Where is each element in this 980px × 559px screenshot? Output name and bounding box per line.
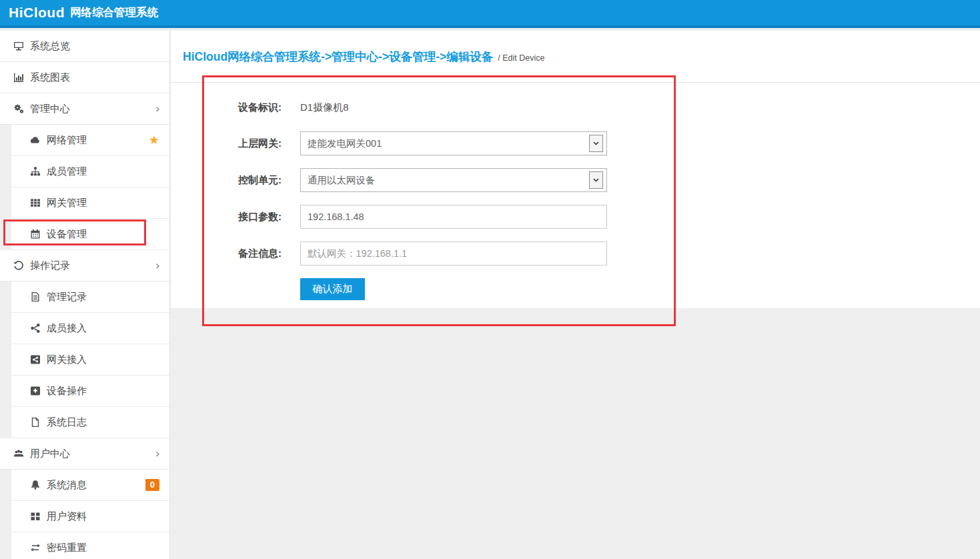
sidebar-item-member-access[interactable]: 成员接入 <box>11 313 169 344</box>
operation-records-submenu: 管理记录 成员接入 网关接入 设备操作 系统日志 <box>0 282 169 438</box>
upper-gateway-select[interactable]: 捷能发电网关001 <box>300 131 607 155</box>
management-center-submenu: 网络管理 ★ 成员管理 网关管理 设备管理 <box>0 125 169 250</box>
sidebar-item-member-management[interactable]: 成员管理 <box>11 156 169 187</box>
control-unit-row: 控制单元: 通用以太网设备 <box>171 168 980 192</box>
device-id-value: D1摄像机8 <box>300 101 349 114</box>
gears-icon <box>13 103 24 114</box>
sidebar-item-gateway-access[interactable]: 网关接入 <box>11 344 169 376</box>
chart-icon <box>13 72 24 83</box>
sidebar-item-label: 网关管理 <box>47 197 87 209</box>
sidebar-item-label: 成员接入 <box>47 322 87 335</box>
sidebar-item-label: 系统总览 <box>30 40 70 53</box>
sidebar-item-label: 系统图表 <box>30 71 70 84</box>
sidebar-item-password-reset[interactable]: 密码重置 <box>11 532 169 559</box>
file-icon <box>30 417 41 428</box>
control-unit-selected-value: 通用以太网设备 <box>308 174 376 187</box>
sidebar-item-label: 系统日志 <box>47 416 87 429</box>
sidebar-item-user-profile[interactable]: 用户资料 <box>11 501 169 532</box>
star-icon[interactable]: ★ <box>149 134 159 146</box>
chevron-right-icon: › <box>155 448 160 460</box>
remark-input[interactable] <box>300 241 607 265</box>
sidebar-item-network-management[interactable]: 网络管理 ★ <box>11 125 169 156</box>
breadcrumb-suffix: / Edit Device <box>498 51 544 63</box>
device-id-label: 设备标识: <box>171 101 282 114</box>
upper-gateway-row: 上层网关: 捷能发电网关001 <box>171 131 980 155</box>
upper-gateway-label: 上层网关: <box>171 137 282 150</box>
sidebar: 系统总览 系统图表 管理中心 › 网络管理 ★ 成员管理 <box>0 31 170 559</box>
app-logo: HiCloud <box>9 5 65 21</box>
interface-params-row: 接口参数: <box>171 205 980 229</box>
grid-icon <box>30 197 41 208</box>
chevron-down-icon <box>589 135 603 152</box>
sidebar-item-label: 网络管理 <box>47 134 87 147</box>
breadcrumb: HiCloud网络综合管理系统->管理中心->设备管理->编辑设备 <box>183 49 493 65</box>
sidebar-item-label: 操作记录 <box>30 259 70 272</box>
sidebar-item-system-messages[interactable]: 系统消息 0 <box>11 470 169 501</box>
share-icon <box>30 323 41 334</box>
message-count-badge: 0 <box>145 479 159 491</box>
sidebar-item-management-records[interactable]: 管理记录 <box>11 282 169 313</box>
sidebar-item-label: 密码重置 <box>47 542 87 554</box>
file-text-icon <box>30 292 41 302</box>
sidebar-item-label: 管理中心 <box>30 103 70 115</box>
sidebar-item-system-overview[interactable]: 系统总览 <box>0 31 169 62</box>
sidebar-item-operation-records[interactable]: 操作记录 › <box>0 250 169 282</box>
app-title: 网络综合管理系统 <box>70 5 158 20</box>
sidebar-item-label: 用户中心 <box>30 448 70 460</box>
sidebar-item-device-operations[interactable]: 设备操作 <box>11 376 169 407</box>
sidebar-item-user-center[interactable]: 用户中心 › <box>0 438 169 470</box>
confirm-add-button[interactable]: 确认添加 <box>300 278 365 300</box>
cloud-icon <box>30 135 41 145</box>
control-unit-label: 控制单元: <box>171 174 282 187</box>
edit-device-form: 设备标识: D1摄像机8 上层网关: 捷能发电网关001 控制单元: 通用以太网… <box>171 83 980 308</box>
share-square-icon <box>30 354 41 365</box>
sidebar-item-system-charts[interactable]: 系统图表 <box>0 62 169 93</box>
sidebar-item-label: 系统消息 <box>47 479 87 492</box>
exchange-icon <box>30 542 41 553</box>
remark-row: 备注信息: <box>171 241 980 265</box>
sidebar-item-label: 成员管理 <box>47 165 87 178</box>
desktop-icon <box>13 41 24 51</box>
control-unit-select[interactable]: 通用以太网设备 <box>300 168 607 192</box>
chevron-down-icon <box>589 171 603 189</box>
users-icon <box>13 448 24 459</box>
sidebar-item-gateway-management[interactable]: 网关管理 <box>11 187 169 219</box>
upper-gateway-selected-value: 捷能发电网关001 <box>308 137 382 150</box>
chevron-right-icon: › <box>155 103 160 115</box>
sidebar-item-system-logs[interactable]: 系统日志 <box>11 407 169 438</box>
sidebar-item-label: 网关接入 <box>47 354 87 366</box>
bell-icon <box>30 480 41 490</box>
calendar-icon <box>30 229 41 239</box>
main-content: HiCloud网络综合管理系统->管理中心->设备管理->编辑设备 / Edit… <box>171 31 980 559</box>
device-id-row: 设备标识: D1摄像机8 <box>171 96 980 119</box>
chevron-right-icon: › <box>155 259 160 271</box>
sidebar-item-label: 设备操作 <box>47 385 87 398</box>
breadcrumb-bar: HiCloud网络综合管理系统->管理中心->设备管理->编辑设备 / Edit… <box>171 31 980 83</box>
interface-params-input[interactable] <box>300 205 607 229</box>
grid-large-icon <box>30 511 41 522</box>
remark-label: 备注信息: <box>171 247 282 260</box>
sidebar-item-label: 用户资料 <box>47 510 87 523</box>
sidebar-item-device-management[interactable]: 设备管理 <box>11 219 169 250</box>
user-center-submenu: 系统消息 0 用户资料 密码重置 <box>0 470 169 559</box>
interface-params-label: 接口参数: <box>171 211 282 223</box>
sidebar-item-label: 设备管理 <box>47 228 87 241</box>
sitemap-icon <box>30 166 41 177</box>
plus-square-icon <box>30 386 41 396</box>
history-icon <box>13 260 24 271</box>
sidebar-item-label: 管理记录 <box>47 291 87 304</box>
sidebar-item-management-center[interactable]: 管理中心 › <box>0 93 169 125</box>
app-header: HiCloud 网络综合管理系统 <box>0 0 980 28</box>
